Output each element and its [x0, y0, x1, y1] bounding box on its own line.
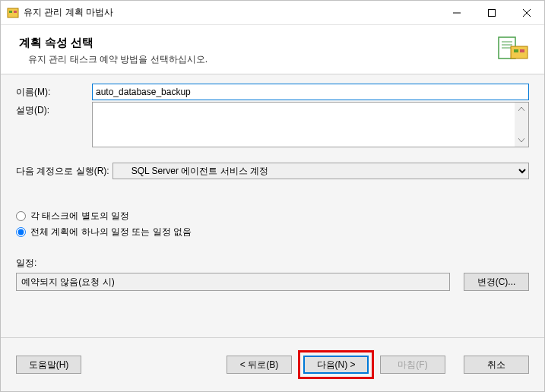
- svg-rect-1: [9, 11, 12, 13]
- titlebar: 유지 관리 계획 마법사: [1, 1, 544, 25]
- description-input[interactable]: [93, 103, 515, 147]
- wizard-icon: [494, 36, 531, 66]
- cancel-button[interactable]: 취소: [464, 356, 529, 374]
- runas-row: 다음 계정으로 실행(R): SQL Server 에이전트 서비스 계정: [16, 163, 529, 179]
- scroll-down-icon[interactable]: [515, 134, 528, 147]
- wizard-window: 유지 관리 계획 마법사 계획 속성 선택 유지 관리 태스크 예약 방법을 선…: [0, 0, 545, 392]
- wizard-footer: 도움말(H) < 뒤로(B) 다음(N) > 마침(F) 취소: [1, 337, 544, 391]
- radio-per-task[interactable]: 각 태스크에 별도의 일정: [16, 210, 529, 223]
- description-wrap: [92, 102, 529, 147]
- minimize-button[interactable]: [439, 2, 474, 24]
- radio-per-task-label: 각 태스크에 별도의 일정: [30, 210, 129, 223]
- next-button-highlight: 다음(N) >: [298, 350, 374, 379]
- runas-select-wrap: SQL Server 에이전트 서비스 계정: [112, 163, 529, 179]
- svg-rect-2: [14, 11, 17, 13]
- help-button[interactable]: 도움말(H): [16, 356, 81, 374]
- runas-label: 다음 계정으로 실행(R):: [16, 165, 109, 178]
- schedule-row: 변경(C)...: [16, 273, 529, 291]
- name-input[interactable]: [92, 84, 529, 100]
- runas-select[interactable]: SQL Server 에이전트 서비스 계정: [112, 163, 529, 179]
- finish-button: 마침(F): [380, 356, 445, 374]
- back-button[interactable]: < 뒤로(B): [227, 356, 292, 374]
- window-controls: [439, 2, 544, 24]
- svg-rect-4: [489, 9, 496, 16]
- page-title: 계획 속성 선택: [19, 36, 208, 50]
- svg-rect-11: [511, 46, 528, 58]
- description-label: 설명(D):: [16, 102, 92, 117]
- wizard-header: 계획 속성 선택 유지 관리 태스크 예약 방법을 선택하십시오.: [1, 25, 544, 74]
- radio-single-label: 전체 계획에 하나의 일정 또는 일정 없음: [30, 226, 192, 239]
- wizard-body: 이름(M): 설명(D): 다음 계정으로 실행(R):: [1, 74, 544, 337]
- app-icon: [7, 7, 19, 19]
- scroll-up-icon[interactable]: [515, 103, 528, 115]
- page-subtitle: 유지 관리 태스크 예약 방법을 선택하십시오.: [28, 53, 208, 66]
- svg-rect-13: [520, 49, 524, 52]
- radio-per-task-input[interactable]: [16, 211, 26, 221]
- name-label: 이름(M):: [16, 84, 92, 99]
- schedule-section: 일정: 변경(C)...: [16, 257, 529, 291]
- maximize-button[interactable]: [474, 2, 509, 24]
- schedule-input: [16, 273, 450, 291]
- change-schedule-button[interactable]: 변경(C)...: [464, 273, 529, 291]
- schedule-mode-group: 각 태스크에 별도의 일정 전체 계획에 하나의 일정 또는 일정 없음: [16, 210, 529, 239]
- window-title: 유지 관리 계획 마법사: [24, 6, 439, 19]
- radio-single-input[interactable]: [16, 227, 26, 237]
- name-row: 이름(M):: [16, 84, 529, 100]
- footer-left: 도움말(H): [16, 356, 81, 374]
- next-button[interactable]: 다음(N) >: [303, 356, 369, 374]
- description-scrollbar[interactable]: [515, 103, 528, 147]
- wizard-header-text: 계획 속성 선택 유지 관리 태스크 예약 방법을 선택하십시오.: [19, 36, 208, 66]
- description-row: 설명(D):: [16, 102, 529, 147]
- footer-buttons: < 뒤로(B) 다음(N) > 마침(F) 취소: [227, 350, 529, 379]
- svg-rect-12: [514, 49, 518, 52]
- schedule-label: 일정:: [16, 257, 529, 270]
- close-button[interactable]: [509, 2, 544, 24]
- radio-single[interactable]: 전체 계획에 하나의 일정 또는 일정 없음: [16, 226, 529, 239]
